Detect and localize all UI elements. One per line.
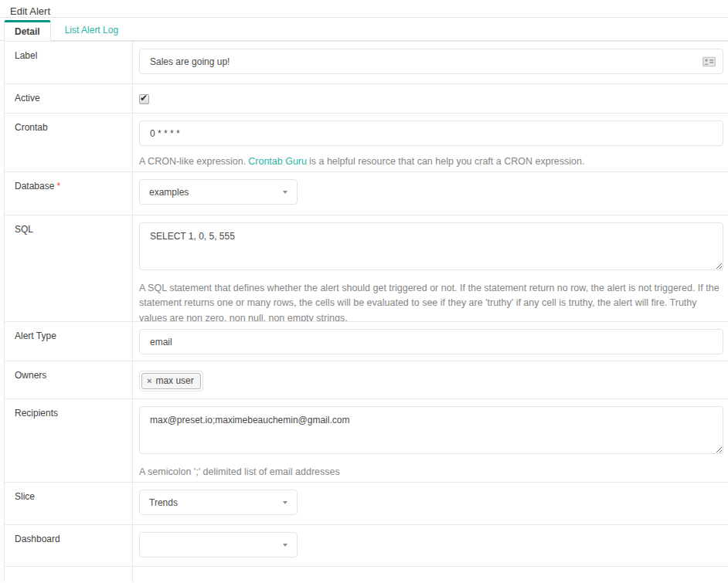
label-input[interactable] xyxy=(139,49,723,74)
crontab-input[interactable] xyxy=(139,120,723,146)
tab-list-alert-log[interactable]: List Alert Log xyxy=(55,19,128,40)
owners-field-label: Owners xyxy=(5,361,133,398)
tab-bar: Detail List Alert Log xyxy=(0,18,728,41)
form-row-database: Database* examples xyxy=(5,172,728,215)
database-field-label: Database* xyxy=(5,172,133,215)
dropdown-caret-icon xyxy=(283,191,287,194)
slice-select-value: Trends xyxy=(149,497,178,508)
sql-field-label: SQL xyxy=(5,215,133,322)
form-row-slice: Slice Trends xyxy=(5,483,728,525)
slice-select[interactable]: Trends xyxy=(139,490,298,515)
tab-detail[interactable]: Detail xyxy=(4,20,51,41)
owner-tag: × max user xyxy=(141,373,201,389)
form-row-active: Active ✔ xyxy=(5,84,728,114)
sql-textarea[interactable]: SELECT 1, 0, 5, 555 xyxy=(139,222,723,270)
database-select[interactable]: examples xyxy=(139,179,298,205)
owner-tag-label: max user xyxy=(155,375,193,386)
dashboard-select[interactable] xyxy=(139,532,298,558)
crontab-guru-link[interactable]: Crontab Guru xyxy=(248,156,307,167)
owners-select[interactable]: × max user xyxy=(139,371,203,391)
edit-alert-page: Edit Alert Detail List Alert Log Label xyxy=(0,0,728,582)
active-checkbox[interactable]: ✔ xyxy=(139,94,149,104)
slice-field-label: Slice xyxy=(5,483,133,524)
page-title: Edit Alert xyxy=(0,0,728,18)
sql-help-text: A SQL statement that defines whether the… xyxy=(139,281,723,322)
form-row-dashboard: Dashboard xyxy=(5,525,728,567)
dropdown-caret-icon xyxy=(283,544,287,547)
form-row-sql: SQL SELECT 1, 0, 5, 555 A SQL statement … xyxy=(5,215,728,322)
alert-type-field-label: Alert Type xyxy=(5,322,133,361)
remove-tag-icon[interactable]: × xyxy=(147,377,151,385)
dashboard-field-label: Dashboard xyxy=(5,525,133,566)
recipients-field-label: Recipients xyxy=(5,399,133,482)
recipients-help-text: A semicolon ';' delimited list of email … xyxy=(139,465,723,480)
alert-type-input[interactable] xyxy=(139,329,723,354)
checkbox-check-icon: ✔ xyxy=(140,93,148,103)
form-row-owners: Owners × max user xyxy=(5,361,728,399)
form-row-label: Label xyxy=(5,42,728,84)
dropdown-caret-icon xyxy=(283,501,287,504)
form-row-crontab: Crontab A CRON-like expression.Crontab G… xyxy=(5,114,728,172)
form-row-cutoff xyxy=(5,567,728,582)
active-field-label: Active xyxy=(5,84,133,113)
crontab-field-label: Crontab xyxy=(5,114,133,171)
crontab-help-text: A CRON-like expression.Crontab Guruis a … xyxy=(139,154,723,169)
label-field-label: Label xyxy=(5,42,133,83)
contact-card-icon xyxy=(702,56,716,66)
form-row-alert-type: Alert Type xyxy=(5,322,728,361)
required-marker: * xyxy=(56,181,60,192)
edit-alert-form: Label xyxy=(4,41,728,582)
recipients-textarea[interactable]: max@preset.io;maximebeauchemin@gmail.com xyxy=(139,406,723,454)
form-row-recipients: Recipients max@preset.io;maximebeauchemi… xyxy=(5,399,728,483)
database-select-value: examples xyxy=(149,187,189,198)
